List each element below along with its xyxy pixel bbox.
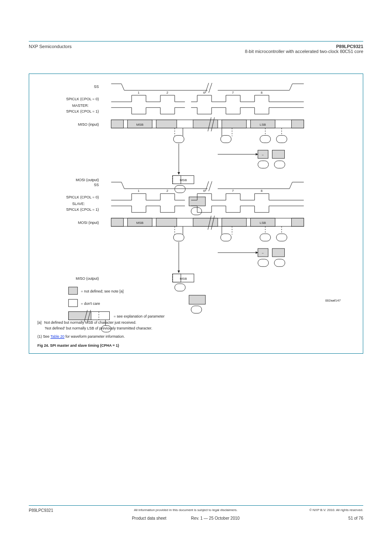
- section-label-master: MASTER:: [72, 104, 89, 108]
- svg-rect-40: [175, 185, 185, 193]
- spiclk1-waveform-master: [111, 108, 304, 114]
- note-a-line2: 'Not defined' but normally LSB of previo…: [45, 326, 152, 330]
- label-miso-in-master: MISO (input): [78, 122, 99, 127]
- svg-rect-73: [277, 234, 287, 241]
- svg-rect-10: [156, 120, 177, 128]
- svg-text:6: 6: [203, 189, 205, 193]
- miso-in-row-master: MSB LSB: [111, 117, 304, 131]
- svg-rect-34: [274, 161, 285, 168]
- svg-text:7: 7: [232, 189, 234, 193]
- svg-text:= don't care: = don't care: [81, 302, 100, 306]
- svg-rect-88: [189, 295, 205, 304]
- footnote-1: (1) See Table 20 for waveform parameter …: [37, 334, 125, 339]
- svg-rect-57: [193, 218, 218, 226]
- page-header: NXP Semiconductors P89LPC9321 8-bit micr…: [29, 44, 363, 54]
- svg-rect-54: [111, 218, 124, 226]
- svg-rect-67: [173, 234, 184, 241]
- label-spiclk1-master: SPICLK (CPOL = 1): [66, 109, 99, 113]
- svg-rect-25: [260, 136, 271, 143]
- footer-mid: All information provided in this documen…: [78, 508, 293, 520]
- svg-text:002aaf147: 002aaf147: [325, 299, 341, 302]
- svg-rect-24: [221, 136, 231, 143]
- t-spiclk-row-master: −: [218, 150, 285, 168]
- svg-rect-89: [191, 306, 202, 313]
- label-spiclk0-master: SPICLK (CPOL = 0): [66, 97, 99, 101]
- svg-rect-58: [222, 218, 247, 226]
- svg-rect-70: [221, 234, 231, 241]
- page-footer: P89LPC9321 All information provided in t…: [29, 508, 363, 520]
- svg-text:2: 2: [166, 189, 168, 193]
- svg-rect-79: [258, 259, 269, 267]
- svg-text:MISO (output): MISO (output): [76, 276, 99, 281]
- svg-rect-87: [175, 284, 185, 291]
- note-a-line: [a] Not defined but normally MSB of char…: [37, 320, 136, 325]
- svg-rect-60: [291, 218, 304, 226]
- page: NXP Semiconductors P89LPC9321 8-bit micr…: [0, 0, 392, 555]
- svg-rect-11: [193, 120, 218, 128]
- svg-text:MOSI (input): MOSI (input): [78, 221, 99, 225]
- header-right: P89LPC9321 8-bit microcontroller with ac…: [245, 44, 363, 54]
- table-20-link[interactable]: Table 20: [51, 334, 65, 339]
- svg-text:SPICLK (CPOL = 1): SPICLK (CPOL = 1): [66, 207, 99, 212]
- break-mark: [205, 83, 209, 93]
- svg-text:6: 6: [203, 91, 205, 94]
- t-spilead-capsule-master: [260, 128, 271, 143]
- break-mark: [209, 83, 212, 93]
- svg-text:SS: SS: [94, 183, 99, 187]
- t-spidh-capsule-master: [221, 128, 232, 143]
- svg-text:MSB: MSB: [136, 123, 143, 127]
- svg-rect-71: [260, 234, 271, 241]
- svg-rect-31: [272, 150, 285, 159]
- svg-text:−: −: [262, 251, 264, 255]
- svg-text:SPICLK (CPOL = 0): SPICLK (CPOL = 0): [66, 195, 99, 199]
- slave-block: SS SPICLK (CPOL = 0) SPICLK (CPOL = 1) 1…: [66, 181, 304, 313]
- svg-text:SLAVE:: SLAVE:: [72, 202, 85, 206]
- label-ss-master: SS: [94, 85, 99, 89]
- svg-text:8: 8: [261, 189, 263, 193]
- t-spidsu-capsule-master: [173, 128, 184, 143]
- svg-rect-80: [274, 259, 285, 267]
- svg-rect-8: [111, 120, 124, 128]
- figure-caption: Fig 24. SPI master and slave timing (CPH…: [37, 343, 119, 348]
- note-a: 002aaf147: [325, 299, 341, 302]
- footer-right: © NXP B.V. 2010. All rights reserved. 51…: [293, 508, 363, 520]
- svg-rect-14: [291, 120, 304, 128]
- t-spilag-capsule-master: [277, 128, 287, 143]
- header-subtitle: 8-bit microcontroller with accelerated t…: [245, 49, 363, 54]
- svg-text:2: 2: [166, 91, 168, 94]
- svg-line-43: [205, 181, 209, 191]
- svg-line-44: [209, 181, 212, 191]
- svg-text:7: 7: [232, 91, 234, 94]
- svg-text:LSB: LSB: [260, 221, 266, 225]
- svg-rect-56: [156, 218, 177, 226]
- svg-rect-41: [191, 207, 202, 215]
- label-mosi-out-master: MOSI (output): [76, 178, 99, 182]
- svg-text:= see explanation of parameter: = see explanation of parameter: [113, 314, 164, 318]
- spiclk0-waveform-master: [111, 95, 304, 102]
- svg-text:−: −: [262, 153, 264, 157]
- legend: = not defined; see note [a] = don't care…: [69, 287, 165, 332]
- svg-text:1: 1: [138, 91, 140, 94]
- figure-frame: SS SPICLK (CPOL = 0) SPICLK (CPOL = 1) 1…: [29, 74, 363, 354]
- header-part-number: P89LPC9321: [245, 44, 363, 49]
- svg-rect-91: [69, 287, 78, 295]
- svg-rect-21: [173, 136, 184, 143]
- svg-rect-96: [69, 312, 91, 320]
- svg-text:MSB: MSB: [136, 221, 143, 225]
- footer-left: P89LPC9321: [29, 508, 78, 520]
- svg-rect-33: [258, 161, 269, 168]
- svg-text:1: 1: [138, 189, 140, 193]
- svg-rect-77: [272, 249, 285, 257]
- svg-rect-93: [69, 299, 78, 307]
- timing-diagram: SS SPICLK (CPOL = 0) SPICLK (CPOL = 1) 1…: [29, 74, 363, 352]
- svg-text:LSB: LSB: [260, 123, 266, 127]
- svg-text:MSB: MSB: [180, 178, 187, 182]
- svg-rect-27: [277, 136, 287, 143]
- header-left: NXP Semiconductors: [29, 44, 71, 54]
- svg-rect-12: [222, 120, 247, 128]
- svg-text:8: 8: [261, 91, 263, 94]
- footer-rule: [29, 505, 363, 506]
- svg-text:= not defined; see note [a]: = not defined; see note [a]: [81, 289, 124, 293]
- top-rule: [29, 41, 363, 41]
- mosi-out-row-master: MSB: [173, 175, 194, 193]
